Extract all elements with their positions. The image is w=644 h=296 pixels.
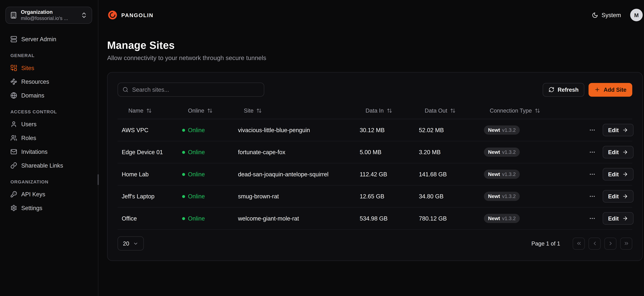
table-row: Home Lab Online dead-san-joaquin-antelop… xyxy=(118,164,632,186)
edit-button[interactable]: Edit xyxy=(603,190,633,202)
edit-button[interactable]: Edit xyxy=(603,124,633,136)
search-input[interactable] xyxy=(132,86,259,93)
online-status-label: Online xyxy=(188,215,205,222)
moon-icon xyxy=(592,12,598,18)
ellipsis-icon xyxy=(589,215,596,222)
sidebar-item-label: Resources xyxy=(21,78,49,85)
arrow-right-icon xyxy=(622,193,628,199)
connection-type-version: v1.3.2 xyxy=(502,171,516,177)
edit-button-label: Edit xyxy=(608,127,619,133)
topbar: PANGOLIN System M xyxy=(98,0,644,30)
row-menu-button[interactable] xyxy=(589,171,596,178)
connection-type-name: Newt xyxy=(488,216,500,221)
add-site-button-label: Add Site xyxy=(604,86,626,93)
table-header-row: Name Online Site Data In xyxy=(118,102,632,119)
site-slug-cell: vivacious-little-blue-penguin xyxy=(238,127,360,134)
avatar[interactable]: M xyxy=(630,9,643,21)
connection-type-badge: Newtv1.3.2 xyxy=(484,126,520,134)
sidebar-section-organization: ORGANIZATION xyxy=(10,179,87,184)
org-switcher-subtitle: milo@fossorial.io's ... xyxy=(21,15,77,22)
connection-type-name: Newt xyxy=(488,193,500,199)
column-header-online[interactable]: Online xyxy=(182,108,238,114)
site-slug-cell: welcome-giant-mole-rat xyxy=(238,215,360,222)
refresh-button[interactable]: Refresh xyxy=(543,83,584,96)
sidebar-scrollbar[interactable] xyxy=(98,174,99,185)
site-status-cell: Online xyxy=(182,149,238,156)
column-header-data-in[interactable]: Data In xyxy=(360,108,419,114)
next-page-button[interactable] xyxy=(604,238,616,250)
table-footer: 20 Page 1 of 1 xyxy=(118,236,632,250)
first-page-button[interactable] xyxy=(573,238,585,250)
row-actions-cell: Edit xyxy=(589,168,637,180)
sidebar-item-server-admin[interactable]: Server Admin xyxy=(6,32,92,46)
site-name-cell: Jeff's Laptop xyxy=(118,193,182,200)
column-header-connection-type[interactable]: Connection Type xyxy=(484,108,589,114)
connection-type-version: v1.3.2 xyxy=(502,149,516,155)
main-column: PANGOLIN System M Manage Sites Allow con… xyxy=(98,0,644,296)
add-site-button[interactable]: Add Site xyxy=(588,83,632,96)
chevron-down-icon xyxy=(133,241,138,246)
last-page-button[interactable] xyxy=(620,238,632,250)
row-menu-button[interactable] xyxy=(589,149,596,156)
data-out-cell: 34.80 GB xyxy=(419,193,484,200)
page-size-select[interactable]: 20 xyxy=(118,236,144,250)
connection-type-version: v1.3.2 xyxy=(502,127,516,133)
row-menu-button[interactable] xyxy=(589,127,596,134)
mail-icon xyxy=(10,148,17,155)
edit-button[interactable]: Edit xyxy=(603,212,633,225)
sidebar-nav: Server Admin GENERAL Sites Resources Dom… xyxy=(6,32,92,214)
search-box xyxy=(118,82,264,97)
combine-icon xyxy=(10,64,17,71)
theme-toggle-label: System xyxy=(602,12,621,18)
sidebar-item-resources[interactable]: Resources xyxy=(6,74,92,88)
site-name-cell: Edge Device 01 xyxy=(118,149,182,156)
previous-page-button[interactable] xyxy=(588,238,600,250)
column-header-name[interactable]: Name xyxy=(118,108,182,114)
connection-type-version: v1.3.2 xyxy=(502,216,516,221)
ellipsis-icon xyxy=(589,149,596,156)
sidebar-item-settings[interactable]: Settings xyxy=(6,201,92,215)
sidebar-item-roles[interactable]: Roles xyxy=(6,131,92,145)
row-menu-button[interactable] xyxy=(589,215,596,222)
column-header-site[interactable]: Site xyxy=(238,108,360,114)
sidebar: Organization milo@fossorial.io's ... Ser… xyxy=(0,0,98,296)
column-header-data-out[interactable]: Data Out xyxy=(419,108,484,114)
row-actions-cell: Edit xyxy=(589,146,637,158)
online-status-dot xyxy=(182,128,185,132)
column-header-label: Data In xyxy=(366,108,384,114)
key-icon xyxy=(10,191,17,197)
chevron-right-icon xyxy=(608,240,613,246)
theme-toggle-button[interactable]: System xyxy=(592,12,621,18)
online-status-label: Online xyxy=(188,149,205,156)
row-menu-button[interactable] xyxy=(589,193,596,200)
connection-type-badge: Newtv1.3.2 xyxy=(484,192,520,201)
sidebar-item-invitations[interactable]: Invitations xyxy=(6,145,92,158)
online-status-dot xyxy=(182,217,185,220)
edit-button[interactable]: Edit xyxy=(603,146,633,158)
sidebar-item-label: Users xyxy=(21,121,36,128)
sidebar-item-shareable-links[interactable]: Shareable Links xyxy=(6,158,92,172)
link-icon xyxy=(10,162,17,168)
row-actions-cell: Edit xyxy=(589,212,637,225)
data-out-cell: 141.68 GB xyxy=(419,171,484,178)
arrow-right-icon xyxy=(622,171,628,177)
connection-type-name: Newt xyxy=(488,127,500,133)
org-switcher-title: Organization xyxy=(21,9,77,16)
users-icon xyxy=(10,134,17,141)
sidebar-item-users[interactable]: Users xyxy=(6,117,92,131)
site-slug-cell: dead-san-joaquin-antelope-squirrel xyxy=(238,171,360,178)
sidebar-item-sites[interactable]: Sites xyxy=(6,61,92,74)
sidebar-item-domains[interactable]: Domains xyxy=(6,88,92,102)
sort-icon xyxy=(256,108,262,113)
sidebar-item-label: Invitations xyxy=(21,148,48,155)
edit-button[interactable]: Edit xyxy=(603,168,633,180)
sidebar-section-access-control: ACCESS CONTROL xyxy=(10,109,87,114)
ellipsis-icon xyxy=(589,127,596,134)
sidebar-item-api-keys[interactable]: API Keys xyxy=(6,187,92,201)
sidebar-item-label: Settings xyxy=(21,204,42,211)
sites-card: Refresh Add Site Name Online xyxy=(107,72,643,261)
org-switcher[interactable]: Organization milo@fossorial.io's ... xyxy=(6,7,92,24)
online-status-dot xyxy=(182,151,185,154)
edit-button-label: Edit xyxy=(608,215,619,222)
data-in-cell: 30.12 MB xyxy=(360,127,419,134)
